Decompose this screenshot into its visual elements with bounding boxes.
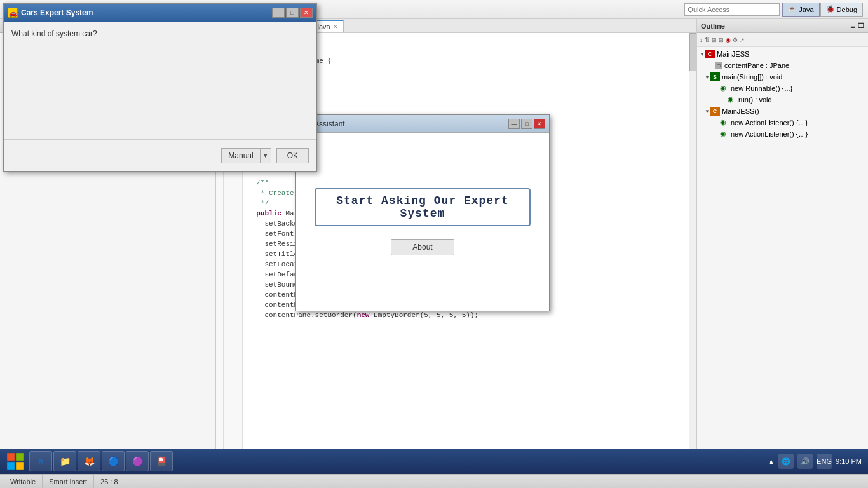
about-btn[interactable]: About [391,239,454,255]
outline-label-constructor: MainJESS() [722,107,759,115]
svg-rect-3 [16,462,24,470]
outline-label-contentpane: contentPane : JPanel [724,62,791,69]
app1-icon: 🔵 [108,456,119,466]
ie-icon: e [38,456,43,466]
status-smart-insert: Smart Insert [43,475,94,488]
cars-maximize-btn[interactable]: □ [286,8,299,18]
debug-label: Debug [837,6,857,13]
cars-dialog-question: What kind of system car? [11,29,97,38]
code-line: contentPane.setBorder(new EmptyBorder(5,… [248,310,684,320]
outline-item-actionlistener2[interactable]: ◉ new ActionListener() {…} [697,128,868,140]
language-indicator[interactable]: ENG [817,454,832,469]
taskbar-explorer-btn[interactable]: 📁 [53,451,76,471]
manual-arrow-btn[interactable]: ▼ [260,148,271,163]
outline-item-mainjess[interactable]: ▼ C MainJESS [697,48,868,60]
ca-minimize-btn[interactable]: — [508,119,520,129]
svg-rect-2 [7,462,15,470]
outline-tool-2[interactable]: ⇅ [705,37,710,43]
car-assistant-body: Start Asking Our Expert System About [296,133,549,311]
taskbar-app1-btn[interactable]: 🔵 [102,451,125,471]
smart-insert-label: Smart Insert [49,478,87,485]
outline-item-main[interactable]: ▼ S main(String[]) : void [697,71,868,83]
outline-item-actionlistener1[interactable]: ◉ new ActionListener() {…} [697,117,868,128]
start-button[interactable] [3,451,28,471]
ca-restore-btn[interactable]: □ [521,119,532,129]
quick-access-input[interactable] [684,3,780,16]
ca-close-btn[interactable]: ✕ [534,119,545,129]
outline-item-constructor[interactable]: ▼ C MainJESS() [697,105,868,117]
outline-label-runnable: new Runnable() {...} [731,85,792,92]
outline-tool-5[interactable]: ◉ [726,37,731,43]
right-panel: Outline 🗕 🗖 ↕ ⇅ ⊞ ⊟ ◉ ⚙ ↗ ▼ C MainJESS □ [696,19,868,464]
outline-label-run: run() : void [738,96,772,104]
taskbar-ie-btn[interactable]: e [29,451,52,471]
outline-maximize[interactable]: 🗖 [858,22,864,29]
outline-title: Outline [701,22,725,30]
start-asking-btn[interactable]: Start Asking Our Expert System [315,188,531,226]
outline-item-run[interactable]: ◉ run() : void [697,94,868,105]
outline-label-mainjess: MainJESS [717,50,749,58]
volume-icon[interactable]: 🔊 [797,454,813,469]
cars-dialog-icon: 🚗 [8,8,18,18]
cars-dialog-footer: Manual ▼ OK [4,139,316,171]
outline-label-actionlistener2: new ActionListener() {…} [731,130,808,138]
cars-minimize-btn[interactable]: — [272,8,285,18]
outline-tool-4[interactable]: ⊟ [719,37,724,43]
taskbar-app2-btn[interactable]: 🟣 [126,451,149,471]
run-icon: ◉ [728,95,736,104]
outline-toolbar: ↕ ⇅ ⊞ ⊟ ◉ ⚙ ↗ [697,33,868,47]
tab-runjess-close[interactable]: ✕ [333,24,338,30]
java-perspective-btn[interactable]: ☕ Java [782,3,819,17]
outline-item-runnable[interactable]: ◉ new Runnable() {...} [697,83,868,94]
app3-icon: 🎴 [156,456,167,466]
cars-expert-dialog: 🚗 Cars Expert System — □ ✕ What kind of … [3,3,317,172]
taskbar-app3-btn[interactable]: 🎴 [150,451,173,471]
outline-arrow: ▼ [705,109,710,114]
outline-label-main: main(String[]) : void [722,73,782,81]
status-writable: Writable [4,475,43,488]
windows-logo-icon [6,452,24,470]
outline-minimize[interactable]: 🗕 [850,22,856,29]
notification-icon[interactable]: ▲ [768,458,775,465]
runnable-icon: ◉ [720,84,729,93]
cars-dialog-body: What kind of system car? [4,22,316,139]
outline-tool-3[interactable]: ⊞ [712,37,717,43]
java-label: Java [799,6,813,13]
cars-dialog-title-area: 🚗 Cars Expert System [8,8,93,18]
java-icon: ☕ [788,5,797,13]
car-assistant-titlebar: Car Assistant — □ ✕ [296,115,549,133]
outline-arrow: ▼ [705,74,710,80]
cars-close-btn[interactable]: ✕ [300,8,313,18]
firefox-icon: 🦊 [84,456,95,466]
actionlistener-icon-2: ◉ [720,130,729,139]
outline-item-contentpane[interactable]: □ contentPane : JPanel [697,60,868,71]
car-assistant-dialog: Car Assistant — □ ✕ Start Asking Our Exp… [295,114,550,311]
status-bar: Writable Smart Insert 26 : 8 [0,474,868,488]
outline-header: Outline 🗕 🗖 [697,19,868,33]
scrollbar-thumb[interactable] [689,33,696,71]
time-display: 9:10 PM [836,457,862,466]
ok-btn[interactable]: OK [276,148,309,163]
debug-perspective-btn[interactable]: 🐞 Debug [820,3,863,17]
cars-dialog-buttons: — □ ✕ [272,8,313,18]
ca-title-buttons: — □ ✕ [508,119,545,129]
editor-scrollbar[interactable] [689,33,696,464]
svg-rect-0 [7,453,15,461]
manual-btn[interactable]: Manual [221,148,259,163]
constructor-icon: C [710,107,720,116]
outline-tool-1[interactable]: ↕ [700,37,703,43]
outline-tool-7[interactable]: ↗ [740,37,745,43]
class-icon: C [705,50,715,58]
outline-tool-6[interactable]: ⚙ [733,37,738,43]
perspective-buttons: ☕ Java 🐞 Debug [782,3,863,17]
status-position: 26 : 8 [94,475,125,488]
debug-icon: 🐞 [826,5,835,13]
outline-label-actionlistener1: new ActionListener() {…} [731,119,808,126]
network-icon[interactable]: 🌐 [778,454,794,469]
time-text: 9:10 PM [836,457,862,466]
taskbar-firefox-btn[interactable]: 🦊 [78,451,100,471]
cars-dialog-titlebar: 🚗 Cars Expert System — □ ✕ [4,4,316,22]
field-icon: □ [715,62,722,69]
writable-label: Writable [10,478,36,485]
outline-tree: ▼ C MainJESS □ contentPane : JPanel ▼ S … [697,47,868,141]
